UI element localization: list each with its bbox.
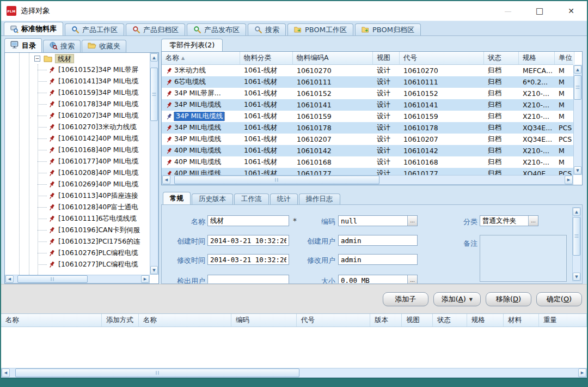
tab-search[interactable]: 搜索 <box>248 23 286 35</box>
scroll-right-button[interactable]: ▶ <box>141 275 149 283</box>
tree-item[interactable]: [10610277]PLC编程电缆 <box>5 259 150 270</box>
collapse-expander-icon[interactable]: − <box>34 56 40 62</box>
column-header[interactable]: 代号 <box>297 314 370 326</box>
tab-std-material-library[interactable]: 标准物料库 <box>4 22 63 35</box>
column-header[interactable]: 物料编码A <box>293 52 373 64</box>
column-header[interactable]: 名称 <box>1 314 102 326</box>
tree-item[interactable]: [10610132]PCI1756的连 <box>5 236 150 247</box>
tree-item[interactable]: [10610177]40P MIL电缆 <box>5 156 150 167</box>
table-row[interactable]: 34P MIL电缆线1061-线材10610178设计10610178归档XQ3… <box>162 122 573 134</box>
ok-button[interactable]: 确定(O) <box>536 292 582 306</box>
created-user-field[interactable] <box>338 235 418 246</box>
table-row[interactable]: 34P MIL电缆线1061-线材10610207设计10610207归档XQ3… <box>162 134 573 145</box>
checkout-user-field[interactable] <box>207 275 289 284</box>
scroll-up-button[interactable]: ▲ <box>150 53 158 62</box>
column-header[interactable]: 规格 <box>519 52 555 64</box>
tree-item[interactable]: [10610152]34P MIL带屏 <box>5 64 150 76</box>
column-header[interactable]: 重量 <box>539 314 587 326</box>
tab-product-archive[interactable]: 产品归档区 <box>126 23 185 35</box>
tab-pbom-workspace[interactable]: PBOM工作区 <box>287 23 353 35</box>
detail-vertical-scrollbar[interactable]: ▲▼ <box>572 207 581 281</box>
tree-vertical-scrollbar[interactable]: ▲▼ <box>150 53 158 275</box>
tree-item[interactable]: [10610113]40P插座连接 <box>5 190 150 202</box>
minimize-button[interactable]: — <box>492 1 524 21</box>
tab-product-workspace[interactable]: 产品工作区 <box>65 23 124 35</box>
column-header[interactable]: 物料分类 <box>240 52 293 64</box>
modified-time-field[interactable] <box>207 254 289 265</box>
scroll-down-button[interactable]: ▼ <box>150 266 158 274</box>
column-header[interactable]: 名称 <box>139 314 231 326</box>
detail-tab-工作流[interactable]: 工作流 <box>234 194 269 204</box>
parts-horizontal-scrollbar[interactable]: ◀▶ <box>162 175 573 185</box>
tree-item[interactable]: [10610141]34P MIL电缆 <box>5 76 150 87</box>
size-browse-button[interactable]: ... <box>407 275 417 284</box>
tree-item[interactable]: [10610208]40P MIL电缆 <box>5 167 150 179</box>
scrollbar-track[interactable] <box>573 216 580 273</box>
tree-item[interactable]: [10610270]3米动力线缆 <box>5 122 150 133</box>
table-row[interactable]: 34P MIL电缆线1061-线材10610141设计10610141归档X21… <box>162 99 573 111</box>
table-row[interactable]: 40P MIL电缆线1061-线材10610168设计10610168归档X21… <box>162 156 573 168</box>
scroll-up-button[interactable]: ▲ <box>574 65 581 74</box>
close-button[interactable]: ✕ <box>555 1 587 21</box>
code-field[interactable] <box>338 215 418 226</box>
column-header[interactable]: 视图 <box>373 52 400 64</box>
tree-root-node[interactable]: − 线材 <box>5 53 150 64</box>
column-header[interactable]: 规格 <box>467 314 504 326</box>
scrollbar-track[interactable] <box>150 62 158 266</box>
column-header[interactable]: 单位 <box>555 52 574 64</box>
tree-item[interactable]: [10610178]34P MIL电缆 <box>5 99 150 110</box>
column-header[interactable]: 代号 <box>400 52 484 64</box>
scrollbar-thumb[interactable] <box>573 217 580 256</box>
tree-item[interactable]: [10610111]6芯电缆线缆 <box>5 213 150 225</box>
remove-button[interactable]: 移除(D) <box>486 292 531 306</box>
scroll-right-button[interactable]: ▶ <box>578 368 586 377</box>
column-header[interactable]: 版本 <box>370 314 402 326</box>
scrollbar-thumb[interactable] <box>574 75 581 99</box>
table-row[interactable]: 40P MIL电缆线1061-线材10610142设计10610142归档X21… <box>162 145 573 156</box>
table-row[interactable]: 40P MIL电缆线1061-线材10610177设计10610177归档XQ4… <box>162 168 573 175</box>
tab-parts-list[interactable]: 零部件列表(2) <box>161 39 223 51</box>
scrollbar-track[interactable] <box>10 368 578 377</box>
scroll-up-button[interactable]: ▲ <box>573 208 580 216</box>
table-row[interactable]: 6芯电缆线1061-线材10610111设计10610111归档6*0.2...… <box>162 76 573 88</box>
scrollbar-track[interactable] <box>14 275 141 283</box>
tree-item[interactable]: [10610142]40P MIL电缆 <box>5 133 150 144</box>
column-header[interactable]: 状态 <box>484 52 519 64</box>
scrollbar-thumb[interactable] <box>15 368 299 377</box>
scroll-left-button[interactable]: ◀ <box>2 368 10 377</box>
add-button[interactable]: 添加(A)▼ <box>433 292 481 306</box>
detail-tab-统计[interactable]: 统计 <box>270 194 298 204</box>
scrollbar-thumb[interactable] <box>174 176 379 184</box>
tree-item[interactable]: [10610269]40P MIL电缆 <box>5 179 150 190</box>
parts-vertical-scrollbar[interactable]: ▲▼ <box>573 65 582 175</box>
tree-item[interactable]: [10610276]PLC编程电缆 <box>5 247 150 259</box>
modified-user-field[interactable] <box>338 254 418 265</box>
table-row[interactable]: 34P MIL带屏...1061-线材10610152设计10610152归档X… <box>162 88 573 99</box>
scroll-down-button[interactable]: ▼ <box>573 273 580 281</box>
tree-item[interactable]: [10610196]CAN卡到伺服 <box>5 225 150 236</box>
code-browse-button[interactable]: ... <box>407 216 417 226</box>
column-header[interactable]: 视图 <box>402 314 433 326</box>
detail-tab-历史版本[interactable]: 历史版本 <box>192 194 233 204</box>
name-field[interactable] <box>207 215 289 226</box>
detail-tab-操作日志[interactable]: 操作日志 <box>299 194 340 204</box>
scroll-left-button[interactable]: ◀ <box>5 275 14 283</box>
tree-item[interactable]: [10610128]40P富士通电 <box>5 202 150 213</box>
size-field[interactable] <box>338 275 418 284</box>
tree-item[interactable]: [10610168]40P MIL电缆 <box>5 144 150 156</box>
detail-tab-常规[interactable]: 常规 <box>163 192 191 204</box>
column-header[interactable]: 编码 <box>231 314 297 326</box>
bottom-horizontal-scrollbar[interactable]: ◀▶ <box>1 368 587 378</box>
tab-pbom-archive[interactable]: PBOM归档区 <box>355 23 421 35</box>
column-header[interactable]: 添加方式 <box>102 314 139 326</box>
column-header[interactable]: 状态 <box>433 314 467 326</box>
table-row[interactable]: 3米动力线1061-线材10610270设计10610270归档MEFCA...… <box>162 65 573 76</box>
column-header[interactable]: 名称 ▲ <box>162 52 240 64</box>
scrollbar-thumb[interactable] <box>150 68 158 121</box>
tree-horizontal-scrollbar[interactable]: ◀▶ <box>5 275 150 283</box>
category-browse-button[interactable]: ... <box>528 216 538 226</box>
scrollbar-track[interactable] <box>574 74 581 166</box>
table-row[interactable]: 34P MIL电缆线1061-线材10610159设计10610159归档X21… <box>162 111 573 122</box>
tab-product-release[interactable]: 产品发布区 <box>187 23 246 35</box>
scroll-right-button[interactable]: ▶ <box>565 176 573 184</box>
